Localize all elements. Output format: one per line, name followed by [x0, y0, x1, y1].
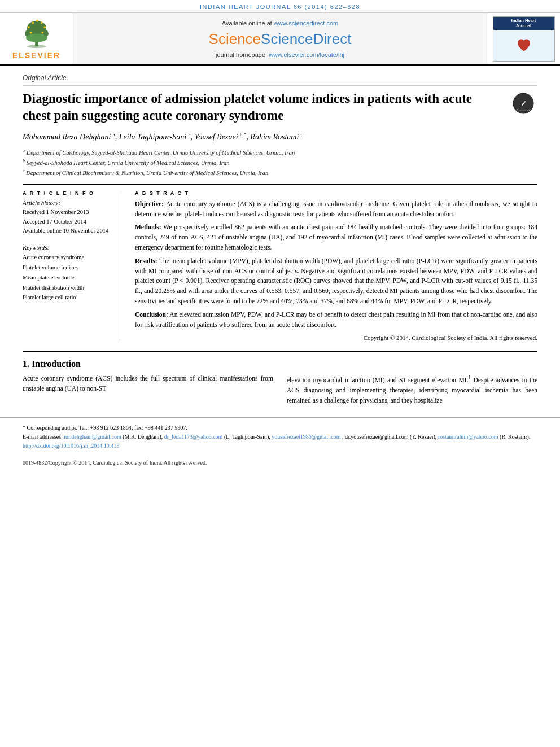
- homepage-url[interactable]: www.elsevier.com/locate/ihj: [269, 51, 344, 58]
- svg-point-6: [32, 22, 34, 24]
- authors-line: Mohammad Reza Dehghani a, Leila Taghipou…: [23, 131, 537, 144]
- keyword-1: Acute coronary syndrome: [23, 252, 113, 263]
- svg-text:CrossMark: CrossMark: [517, 108, 531, 112]
- journal-homepage: journal homepage: www.elsevier.com/locat…: [216, 51, 344, 58]
- abstract-methods: Methods: We prospectively enrolled 862 p…: [135, 222, 537, 252]
- page-footer: 0019-4832/Copyright © 2014, Cardiologica…: [0, 457, 560, 468]
- heart-icon: [516, 38, 532, 53]
- svg-point-9: [43, 26, 46, 28]
- email-2-link[interactable]: dr_leila1173@yahoo.com: [164, 434, 223, 440]
- email-3-suffix: , dr.yousefrezaei@gmail.com (Y. Rezaei),: [342, 434, 436, 440]
- affiliations: a Department of Cardiology, Seyyed-al-Sh…: [23, 147, 537, 178]
- history-label: Article history:: [23, 199, 113, 206]
- introduction-section: 1. Introduction Acute coronary syndrome …: [23, 351, 537, 405]
- affiliation-c: c Department of Clinical Biochemistry & …: [23, 168, 537, 178]
- abstract-column: A B S T R A C T Objective: Objective: Ac…: [135, 190, 537, 342]
- abstract-heading: A B S T R A C T: [135, 190, 537, 196]
- accepted-date: Accepted 17 October 2014: [23, 217, 113, 227]
- keyword-5: Platelet large cell ratio: [23, 292, 113, 303]
- journal-citation: INDIAN HEART JOURNAL 66 (2014) 622–628: [200, 3, 360, 10]
- intro-columns: Acute coronary syndrome (ACS) includes t…: [23, 374, 537, 405]
- email-2-name: (L. Taghipour-Sani),: [224, 434, 270, 440]
- copyright-text: Copyright © 2014, Cardiological Society …: [135, 334, 537, 341]
- available-online-text: Available online at www.sciencedirect.co…: [222, 20, 338, 27]
- crossmark-badge: ✓ CrossMark: [509, 93, 537, 114]
- abstract-results: Results: The mean platelet volume (MPV),…: [135, 256, 537, 307]
- svg-point-1: [27, 45, 46, 48]
- abstract-text: Objective: Objective: Acute coronary syn…: [135, 199, 537, 330]
- journal-logo-title: Indian HeartJournal: [493, 17, 554, 30]
- svg-point-8: [40, 22, 42, 24]
- article-info-column: A R T I C L E I N F O Article history: R…: [23, 190, 121, 342]
- journal-logo-box: Indian HeartJournal: [493, 16, 555, 62]
- email-4-name: (R. Rostami).: [500, 434, 530, 440]
- elsevier-logo: ELSEVIER: [0, 13, 73, 64]
- affiliation-a: a Department of Cardiology, Seyyed-al-Sh…: [23, 147, 537, 158]
- homepage-label: journal homepage:: [216, 51, 267, 58]
- journal-header-bar: INDIAN HEART JOURNAL 66 (2014) 622–628: [0, 0, 560, 13]
- email-4-link[interactable]: rostamirahim@yahoo.com: [438, 434, 498, 440]
- email-1-link[interactable]: mr.dehghani@gmail.com: [64, 434, 121, 440]
- doi-line: http://dx.doi.org/10.1016/j.ihj.2014.10.…: [23, 442, 537, 451]
- keyword-2: Platelet volume indices: [23, 263, 113, 273]
- received-date: Received 1 November 2013: [23, 208, 113, 217]
- elsevier-label: ELSEVIER: [12, 51, 60, 60]
- issn-copyright: 0019-4832/Copyright © 2014, Cardiologica…: [23, 460, 207, 466]
- intro-left-col: Acute coronary syndrome (ACS) includes t…: [23, 374, 273, 405]
- intro-right-col: elevation myocardial infarction (MI) and…: [287, 374, 537, 405]
- svg-point-11: [41, 32, 43, 34]
- svg-point-10: [29, 32, 32, 34]
- article-type-label: Original Article: [23, 74, 537, 86]
- svg-point-7: [36, 20, 38, 22]
- footnotes-area: * Corresponding author. Tel.: +98 912 62…: [0, 417, 560, 456]
- email-3-link[interactable]: yousefrezaei1986@gmail.com: [272, 434, 340, 440]
- emails-label: E-mail addresses:: [23, 434, 63, 440]
- main-content: Original Article Diagnostic importance o…: [0, 66, 560, 406]
- sciencedirect-url-text[interactable]: www.sciencedirect.com: [274, 20, 338, 27]
- affiliation-b: b Seyyed-al-Shohada Heart Center, Urmia …: [23, 158, 537, 168]
- article-title: Diagnostic importance of admission plate…: [23, 90, 509, 124]
- journal-logo-body: [493, 30, 554, 61]
- journal-header: ELSEVIER Available online at www.science…: [0, 13, 560, 66]
- available-online-date: Available online 10 November 2014: [23, 226, 113, 236]
- keywords-section: Keywords: Acute coronary syndrome Platel…: [23, 244, 113, 303]
- intro-left-text: Acute coronary syndrome (ACS) includes t…: [23, 374, 273, 394]
- keyword-4: Platelet distribution width: [23, 283, 113, 293]
- svg-point-5: [27, 26, 29, 28]
- email-1-name: (M.R. Dehghani),: [123, 434, 163, 440]
- doi-link[interactable]: http://dx.doi.org/10.1016/j.ihj.2014.10.…: [23, 443, 119, 449]
- crossmark-icon: ✓ CrossMark: [513, 93, 534, 114]
- svg-point-4: [26, 33, 47, 42]
- title-area: Diagnostic importance of admission plate…: [23, 90, 537, 124]
- email-addresses-note: E-mail addresses: mr.dehghani@gmail.com …: [23, 433, 537, 442]
- journal-logo: Indian HeartJournal: [487, 13, 560, 64]
- corresponding-author-note: * Corresponding author. Tel.: +98 912 62…: [23, 423, 537, 433]
- abstract-objective: Objective: Objective: Acute coronary syn…: [135, 199, 537, 220]
- keyword-3: Mean platelet volume: [23, 273, 113, 283]
- section-1-title: 1. Introduction: [23, 359, 537, 369]
- section-divider: [23, 184, 537, 185]
- sciencedirect-logo: ScienceScienceDirect: [209, 30, 352, 48]
- svg-text:✓: ✓: [520, 99, 527, 108]
- header-center: Available online at www.sciencedirect.co…: [73, 13, 487, 64]
- intro-right-text: elevation myocardial infarction (MI) and…: [287, 374, 537, 405]
- abstract-conclusion: Conclusion: An elevated admission MPV, P…: [135, 310, 537, 330]
- elsevier-tree-svg: [17, 18, 56, 49]
- info-abstract-columns: A R T I C L E I N F O Article history: R…: [23, 190, 537, 342]
- keywords-label: Keywords:: [23, 244, 113, 251]
- article-info-heading: A R T I C L E I N F O: [23, 190, 113, 196]
